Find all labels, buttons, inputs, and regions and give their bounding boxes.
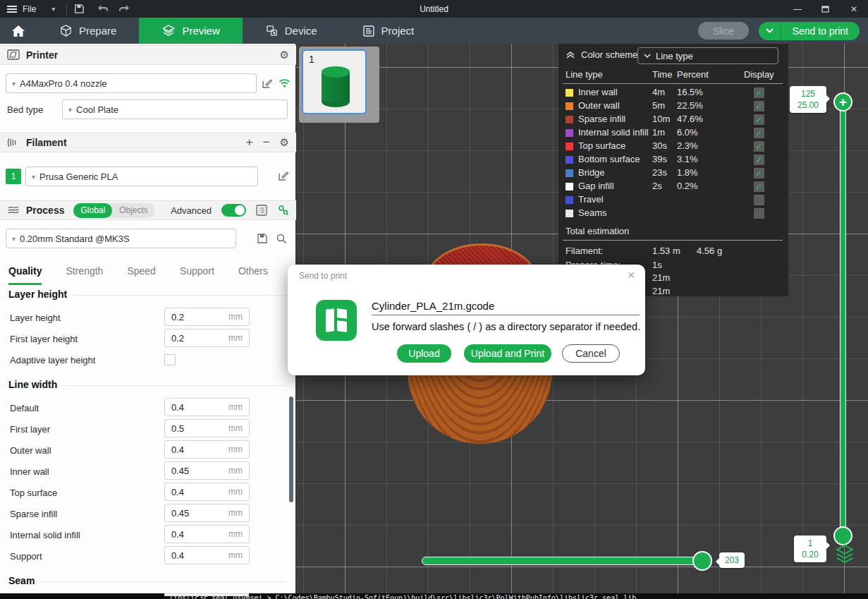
tab-strength[interactable]: Strength [66,260,103,285]
line-width-sparse-infill-label: Sparse infill [10,509,57,519]
tab-device[interactable]: Device [243,18,340,44]
upload-and-print-button[interactable]: Upload and Print [464,344,551,363]
save-icon[interactable] [71,3,87,16]
dialog-title: Send to print [299,271,347,281]
maximize-button[interactable] [812,0,840,18]
move-slider-track[interactable] [422,557,711,565]
display-checkbox[interactable]: ✓ [754,141,764,152]
plate-thumbnail[interactable]: 1 [302,49,367,114]
display-checkbox[interactable]: ✓ [754,181,764,192]
printer-settings-gear-icon[interactable]: ⚙ [280,49,289,61]
bed-type-dropdown[interactable]: ▾ Cool Plate [62,99,288,119]
file-menu-label: File [23,4,36,14]
display-checkbox[interactable]: ✓ [754,195,764,205]
tab-quality[interactable]: Quality [8,260,42,285]
adaptive-layer-height-checkbox[interactable] [164,354,176,365]
advanced-label: Advanced [171,205,212,216]
line-width-first-layer-input[interactable]: 0.5mm [164,419,250,437]
adaptive-layer-height-label: Adaptive layer height [10,355,95,365]
filament-slot-badge[interactable]: 1 [6,169,21,184]
total-estimation-title: Total estimation [566,226,629,236]
advanced-toggle[interactable] [221,204,246,217]
cancel-button[interactable]: Cancel [562,344,620,363]
upload-button[interactable]: Upload [397,344,451,363]
line-width-section-title: Line width [8,379,63,390]
close-button[interactable]: ✕ [840,0,868,18]
layers-view-icon[interactable] [835,544,855,565]
filament-preset-dropdown[interactable]: ▾ Prusa Generic PLA [25,167,258,186]
segment-objects[interactable]: Objects [112,205,155,215]
tab-prepare[interactable]: Prepare [37,18,139,44]
legend-row: Seams✓ [558,207,788,220]
layer-height-input[interactable]: 0.2mm [164,308,250,326]
filament-edit-icon[interactable] [276,169,291,183]
background-console-strip: libslic3r_seal_usymsei > C:\Codes\BambuS… [0,593,868,599]
display-checkbox[interactable]: ✓ [754,114,764,125]
chevron-down-icon[interactable]: ▾ [51,5,55,13]
line-width-sparse-infill-input[interactable]: 0.45mm [164,504,250,522]
segment-global[interactable]: Global [73,203,112,218]
slice-button[interactable]: Slice [698,22,749,40]
filament-settings-gear-icon[interactable]: ⚙ [280,136,289,149]
tab-others[interactable]: Others [238,260,268,285]
legend-column-headers: Line type Time Percent Display [558,69,788,82]
filename-input[interactable]: Cylinder_PLA_21m.gcode [372,300,640,315]
line-width-default-input[interactable]: 0.4mm [164,398,250,416]
display-checkbox[interactable]: ✓ [754,101,764,111]
display-checkbox[interactable]: ✓ [754,208,764,219]
display-checkbox[interactable]: ✓ [754,155,764,165]
sidebar-scrollbar[interactable] [289,397,293,502]
move-slider-handle[interactable] [692,551,712,571]
tab-speed[interactable]: Speed [127,260,155,285]
display-checkbox[interactable]: ✓ [754,168,764,179]
tab-support[interactable]: Support [180,260,214,285]
line-width-internal-solid-input[interactable]: 0.4mm [164,525,250,543]
printer-edit-icon[interactable] [260,76,274,90]
home-button[interactable] [0,18,37,44]
parameter-tune-icon[interactable] [277,205,289,217]
legend-panel: Color scheme Line type Line type Time Pe… [558,44,788,296]
first-layer-height-input[interactable]: 0.2mm [164,329,250,347]
redo-icon[interactable] [116,3,132,16]
bed-type-label: Bed type [7,104,43,115]
layer-slider-top-label: 12525.00 [790,86,826,113]
send-to-print-button[interactable]: Send to print [781,25,860,37]
printer-icon [7,49,20,61]
tab-project[interactable]: Project [340,18,437,44]
chevron-down-icon: ▾ [32,173,35,181]
process-icon [7,205,20,216]
display-checkbox[interactable]: ✓ [754,87,764,98]
line-width-inner-wall-input[interactable]: 0.45mm [164,461,250,480]
undo-icon[interactable] [95,3,111,16]
line-width-support-input[interactable]: 0.4mm [164,546,250,564]
line-width-internal-solid-label: Internal solid infill [10,530,80,540]
parameter-list-icon[interactable] [256,205,267,216]
process-preset-dropdown[interactable]: ▾ 0.20mm Standard @MK3S [6,229,236,248]
tab-preview[interactable]: Preview [139,18,242,44]
send-to-print-group: Send to print [759,22,860,40]
collapse-icon[interactable] [566,51,575,59]
layer-slider-bottom-handle[interactable] [833,526,852,545]
view-mode-dropdown[interactable]: Line type [637,47,778,64]
layer-slider-top-handle[interactable]: + [833,92,852,111]
printer-preset-dropdown[interactable]: ▾ A4MaxPro 0.4 nozzle [6,73,257,93]
chevron-down-icon: ▾ [12,235,16,243]
legend-row: Gap infill2s0.2%✓ [558,180,788,193]
minimize-button[interactable]: — [783,0,812,18]
layers-icon [161,24,176,37]
color-swatch [566,116,573,123]
display-checkbox[interactable]: ✓ [754,128,764,138]
save-preset-icon[interactable] [255,231,269,246]
add-filament-button[interactable]: + [246,135,253,150]
search-icon[interactable] [274,231,288,246]
nav-bar: Prepare Preview Device Project Slice Sen… [0,18,868,44]
line-width-outer-wall-input[interactable]: 0.4mm [164,440,250,459]
console-text: libslic3r_seal_usymsei > C:\Codes\BambuS… [169,594,636,599]
file-menu[interactable]: File ▾ [0,4,62,14]
dialog-close-icon[interactable]: ✕ [627,270,635,281]
remove-filament-button[interactable]: − [263,135,270,150]
send-options-chevron-icon[interactable] [759,22,781,40]
line-width-top-surface-input[interactable]: 0.4mm [164,483,250,501]
layer-slider-track[interactable] [840,102,846,536]
wifi-icon[interactable] [277,76,291,90]
